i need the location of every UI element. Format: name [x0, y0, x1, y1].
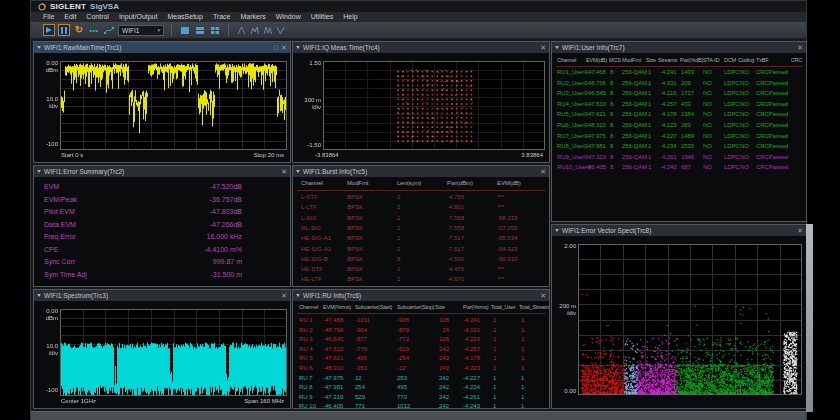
collapse-triangle-icon[interactable] [296, 294, 300, 297]
marker-next-peak-button[interactable] [249, 25, 259, 36]
table-cell: CRCPassed [756, 69, 788, 75]
marker-peak-button[interactable] [236, 25, 246, 36]
menu-item-file[interactable]: File [38, 12, 59, 22]
collapse-triangle-icon[interactable] [37, 294, 41, 297]
menu-item-markers[interactable]: Markers [236, 12, 271, 22]
table-cell: Channel [301, 180, 323, 186]
table-cell: LDPC [724, 90, 740, 96]
close-icon[interactable]: ✕ [540, 43, 546, 52]
table-cell: CRCPassed [756, 80, 788, 86]
menu-item-window[interactable]: Window [271, 12, 306, 22]
layout-single-button[interactable] [179, 25, 191, 36]
x-axis-max-label: 3.83864 [521, 152, 543, 158]
table-cell: -254 [397, 355, 409, 361]
menu-item-utilities[interactable]: Utilities [306, 12, 339, 22]
play-button[interactable] [43, 24, 55, 36]
spectrum-plot[interactable] [60, 309, 287, 396]
trace-tool-button[interactable] [103, 24, 115, 36]
close-icon[interactable]: ✕ [281, 167, 287, 176]
table-cell: -50.010 [497, 256, 517, 262]
panel-titlebar[interactable]: WIFI1:Error Summary(Trc2) ✕ [34, 166, 290, 177]
table-cell: NO [740, 154, 749, 160]
table-cell: RU 9 [299, 394, 313, 400]
menu-item-edit[interactable]: Edit [59, 12, 81, 22]
menu-item-meassetup[interactable]: MeasSetup [162, 12, 207, 22]
panel-titlebar[interactable]: WIFI1:IQ Meas Time(Trc4) ✕ [293, 42, 549, 53]
table-cell: RU 6 [299, 365, 313, 371]
table-cell: -47.266dB [174, 221, 242, 228]
table-cell: -4.234 [660, 143, 676, 149]
siglent-logo-icon [38, 3, 46, 11]
close-icon[interactable]: ✕ [540, 291, 546, 300]
table-cell: NO [703, 122, 712, 128]
restart-button[interactable]: ↻ [73, 24, 85, 36]
collapse-triangle-icon[interactable] [37, 46, 41, 49]
menu-item-control[interactable]: Control [81, 12, 114, 22]
restore-icon[interactable]: □ [274, 43, 278, 52]
table-cell: 256-QAM [622, 143, 647, 149]
table-cell: Streams [658, 57, 677, 63]
table-cell: 770 [397, 394, 407, 400]
table-cell: -4.227 [463, 375, 480, 381]
table-cell: BPSK [347, 204, 363, 210]
marker-max-button[interactable] [262, 25, 272, 36]
table-cell: -4.178 [660, 111, 676, 117]
ru-info-row: RU 4-47.510-770-529242-4.25711 [293, 346, 549, 355]
table-cell: 2 [397, 204, 400, 210]
layout-grid-button[interactable] [209, 25, 221, 36]
collapse-triangle-icon[interactable] [555, 229, 559, 232]
menu-item-help[interactable]: Help [338, 12, 362, 22]
panel-titlebar[interactable]: WIFI1:RU Info(Trc6) ✕ [293, 290, 549, 301]
burst-info-row: HE-SIG-BBPSK8-4.506-50.010 [293, 256, 549, 265]
table-cell: 1 [397, 266, 400, 272]
panel-titlebar[interactable]: WIFI1:User Info(Trc7) ✕ [552, 42, 806, 53]
close-icon[interactable]: ✕ [540, 167, 546, 176]
table-cell: -4.257 [660, 101, 676, 107]
table-header-row: ChannelEVM(dB)MCSModFmtSizeStreamsPwr(%d… [552, 57, 806, 66]
table-cell: RU 4 [299, 346, 313, 352]
table-cell: 1 [397, 215, 400, 221]
panel-titlebar[interactable]: WIFI1:Burst Info(Trc5) ✕ [293, 166, 549, 177]
table-cell: RL-SIG [301, 225, 321, 231]
table-cell: -529 [397, 346, 409, 352]
play-icon [46, 27, 52, 33]
table-cell: 8 [397, 256, 400, 262]
table-cell: NO [740, 133, 749, 139]
table-cell: 1 [648, 122, 651, 128]
close-icon[interactable]: ✕ [281, 291, 287, 300]
y-axis-bottom-label: -100 [34, 387, 58, 394]
table-cell: -7.517 [447, 235, 464, 241]
layout-split-button[interactable] [194, 25, 206, 36]
burst-info-row: HE-STFBPSK1-4.476*** [293, 266, 549, 275]
marker-valley-button[interactable] [275, 25, 285, 36]
window-titlebar[interactable]: SIGLENT SigVSA [31, 1, 806, 12]
menu-item-trace[interactable]: Trace [208, 12, 236, 22]
table-cell: 495 [397, 384, 407, 390]
collapse-triangle-icon[interactable] [296, 170, 300, 173]
raw-main-time-plot[interactable] [60, 61, 287, 150]
menu-item-input-output[interactable]: Input/Output [114, 12, 163, 22]
close-icon[interactable]: ✕ [797, 226, 803, 235]
y-axis-top-label: 0.00dBm [34, 308, 58, 321]
panel-titlebar[interactable]: WIFI1:RawMainTime(Trc1) □✕ [34, 42, 290, 53]
table-cell: HE-LTF [301, 276, 322, 282]
table-cell: CRCPassed [756, 164, 788, 170]
table-cell: BPSK [347, 276, 363, 282]
y-axis-scale-label: 200 m/div [552, 303, 576, 316]
measurement-dropdown[interactable]: WIFI1 ▾ [118, 25, 164, 36]
close-icon[interactable]: ✕ [281, 43, 287, 52]
pause-button[interactable] [58, 24, 70, 36]
table-cell: -4.476 [447, 266, 464, 272]
iq-meas-time-plot[interactable] [323, 61, 545, 150]
error-vector-spect-plot[interactable] [578, 244, 802, 395]
collapse-triangle-icon[interactable] [37, 170, 41, 173]
table-cell: Subcarrier(Start) [355, 304, 392, 310]
close-icon[interactable]: ✕ [797, 43, 803, 52]
more-button[interactable]: ••• [88, 24, 100, 36]
panel-titlebar[interactable]: WIFI1:Error Vector Spect(Trc8) ✕ [552, 225, 806, 236]
panel-titlebar[interactable]: WIFI1:Spectrum(Trc3) ✕ [34, 290, 290, 301]
table-cell: Pilot EVM [44, 208, 75, 215]
panel-burst-info: WIFI1:Burst Info(Trc5) ✕ ChannelModFmtLe… [292, 165, 550, 287]
collapse-triangle-icon[interactable] [296, 46, 300, 49]
collapse-triangle-icon[interactable] [555, 46, 559, 49]
